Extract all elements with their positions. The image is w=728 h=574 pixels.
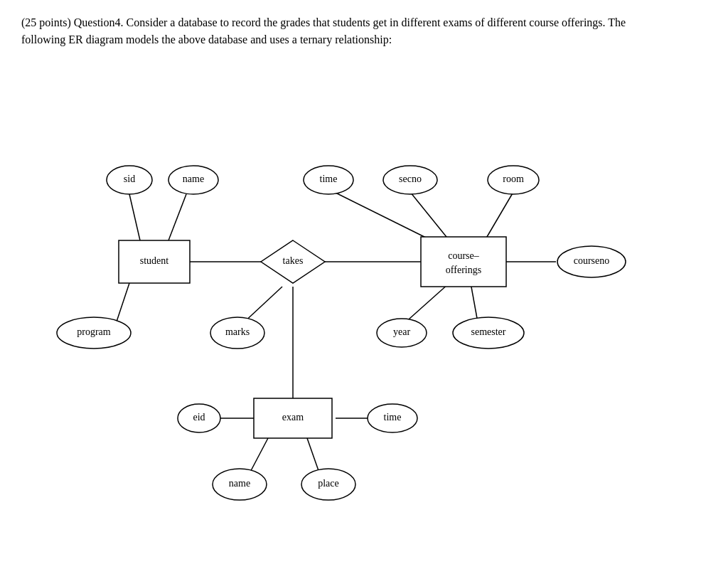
attr-place-label: place [318,478,339,489]
attr-time-exam-label: time [384,412,402,422]
question-text: (25 points) Question4. Consider a databa… [21,14,661,48]
relationship-takes-label: takes [283,255,304,266]
attr-marks-label: marks [225,326,250,337]
svg-line-1 [168,194,186,240]
entity-exam-label: exam [282,412,304,422]
svg-line-10 [471,283,478,322]
attr-name-student-label: name [183,174,204,184]
attr-time-course-label: time [320,174,338,184]
svg-line-9 [403,283,449,324]
svg-line-2 [115,283,129,326]
svg-line-7 [485,192,513,240]
er-diagram: student course– offerings exam takes sid… [44,70,684,468]
svg-line-0 [129,194,140,240]
entity-course-offerings-label2: offerings [446,265,481,275]
attr-year-label: year [393,326,410,337]
entity-course-offerings-label: course– [448,250,480,261]
attr-room-label: room [503,174,524,184]
entity-course-offerings [421,237,506,287]
attr-semester-label: semester [471,326,506,337]
entity-student-label: student [140,255,169,266]
svg-line-5 [328,189,432,240]
attr-sid-label: sid [124,174,135,184]
attr-eid-label: eid [193,412,205,422]
attr-program-label: program [77,326,111,337]
attr-courseno-label: courseno [574,255,610,266]
attr-name-exam-label: name [229,478,250,489]
attr-secno-label: secno [399,174,422,184]
